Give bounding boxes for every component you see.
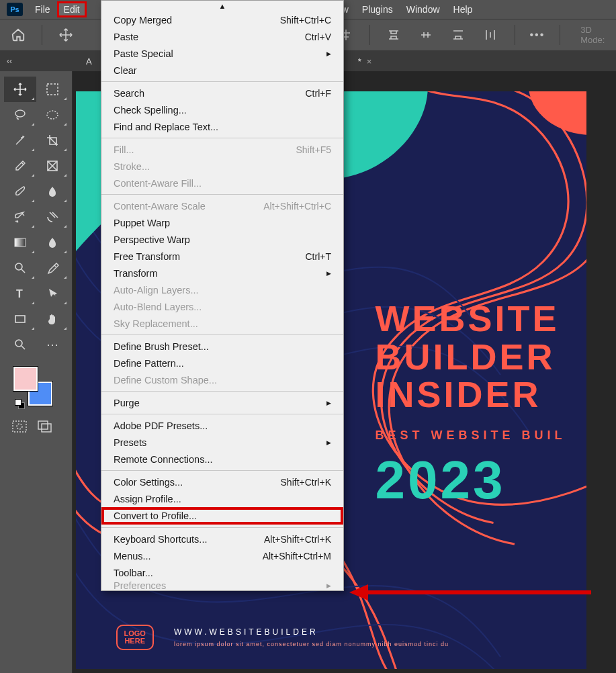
foreground-color-swatch[interactable] — [13, 367, 38, 391]
menu-item-find-and-replace-text[interactable]: Find and Replace Text... — [101, 118, 343, 135]
separator — [369, 25, 370, 45]
history-brush-tool[interactable] — [4, 204, 36, 230]
menu-item-label: Presets — [114, 437, 146, 448]
menu-item-label: Fill... — [114, 144, 134, 155]
menu-separator — [101, 414, 343, 414]
menu-item-perspective-warp[interactable]: Perspective Warp — [101, 231, 343, 248]
menu-item-assign-profile[interactable]: Assign Profile... — [101, 490, 343, 507]
crop-tool[interactable] — [36, 128, 69, 153]
menu-item-toolbar[interactable]: Toolbar... — [101, 564, 343, 581]
menu-separator — [101, 138, 343, 138]
menu-shortcut: Ctrl+T — [306, 251, 332, 262]
menu-item-check-spelling[interactable]: Check Spelling... — [101, 101, 343, 118]
menu-plugins[interactable]: Plugins — [355, 1, 400, 17]
poster-footer-url: WWW.WEBSITEBUILDER — [174, 627, 449, 637]
distribute-top-icon[interactable] — [385, 26, 402, 44]
edit-menu-dropdown: ▲Copy MergedShift+Ctrl+CPasteCtrl+VPaste… — [101, 0, 344, 591]
distribute-bottom-icon[interactable] — [449, 26, 467, 44]
menu-item-label: Define Custom Shape... — [114, 375, 217, 386]
menu-item-remote-connections[interactable]: Remote Connections... — [101, 451, 343, 467]
poster-logo-badge: LOGO HERE — [116, 625, 154, 650]
menu-item-stroke: Stroke... — [101, 158, 343, 175]
menu-item-paste-special[interactable]: Paste Special — [101, 45, 343, 62]
hand-tool[interactable] — [36, 306, 69, 332]
move-tool[interactable] — [4, 77, 36, 102]
menu-separator — [101, 527, 343, 528]
frame-tool[interactable] — [36, 153, 69, 179]
menu-separator — [101, 194, 343, 195]
magic-wand-tool[interactable] — [4, 128, 36, 153]
separator — [560, 25, 560, 45]
svg-rect-0 — [47, 84, 58, 95]
menu-item-search[interactable]: SearchCtrl+F — [101, 85, 343, 101]
menu-item-define-brush-preset[interactable]: Define Brush Preset... — [101, 338, 343, 355]
rectangle-tool[interactable] — [4, 306, 36, 332]
zoom-tool[interactable] — [4, 332, 36, 357]
brush-tool[interactable] — [4, 179, 36, 204]
blur-tool[interactable] — [36, 179, 69, 204]
menu-shortcut: Ctrl+F — [306, 88, 332, 99]
dodge-tool[interactable] — [4, 255, 36, 281]
menu-item-keyboard-shortcuts[interactable]: Keyboard Shortcuts...Alt+Shift+Ctrl+K — [101, 531, 343, 547]
menu-item-adobe-pdf-presets[interactable]: Adobe PDF Presets... — [101, 417, 343, 434]
menu-item-convert-to-profile[interactable]: Convert to Profile... — [101, 507, 343, 525]
menu-item-label: Convert to Profile... — [114, 510, 197, 521]
menu-item-fill: Fill...Shift+F5 — [101, 141, 343, 158]
menu-item-puppet-warp[interactable]: Puppet Warp — [101, 214, 343, 231]
menu-item-clear[interactable]: Clear — [101, 62, 343, 79]
path-selection-tool[interactable] — [36, 281, 69, 306]
color-swatches[interactable] — [13, 367, 55, 408]
menu-scroll-up-icon[interactable]: ▲ — [101, 1, 343, 11]
more-options-icon[interactable]: ••• — [530, 29, 545, 41]
close-tab-icon[interactable]: × — [367, 56, 372, 66]
menu-item-free-transform[interactable]: Free TransformCtrl+T — [101, 248, 343, 265]
menu-file[interactable]: File — [28, 1, 57, 17]
svg-point-5 — [15, 263, 22, 270]
healing-brush-tool[interactable] — [36, 204, 69, 230]
marquee-tool[interactable] — [36, 77, 69, 102]
svg-rect-12 — [42, 424, 51, 432]
menu-item-label: Transform — [114, 268, 158, 279]
menu-window[interactable]: Window — [400, 1, 447, 17]
default-colors-icon[interactable] — [15, 399, 24, 408]
screen-mode-icon[interactable] — [38, 420, 52, 433]
menu-item-define-pattern[interactable]: Define Pattern... — [101, 355, 343, 371]
svg-point-10 — [17, 424, 22, 429]
eyedropper-tool[interactable] — [4, 153, 36, 179]
menu-item-label: Remote Connections... — [114, 454, 213, 465]
lasso-tool[interactable] — [4, 102, 36, 128]
collapse-panels-icon[interactable]: ‹‹ — [0, 56, 19, 66]
menu-item-menus[interactable]: Menus...Alt+Shift+Ctrl+M — [101, 547, 343, 564]
menu-item-transform[interactable]: Transform — [101, 265, 343, 281]
menu-item-color-settings[interactable]: Color Settings...Shift+Ctrl+K — [101, 474, 343, 490]
annotation-arrow — [349, 584, 598, 604]
mode-3d-label: 3D Mode: — [580, 25, 616, 45]
menu-item-copy-merged[interactable]: Copy MergedShift+Ctrl+C — [101, 11, 343, 28]
edit-toolbar-icon[interactable]: ⋯ — [36, 332, 69, 357]
menu-item-presets[interactable]: Presets — [101, 434, 343, 451]
menu-shortcut: Ctrl+V — [305, 32, 331, 42]
eraser-tool[interactable] — [36, 230, 69, 255]
menu-edit[interactable]: Edit — [57, 1, 87, 17]
pen-tool[interactable] — [36, 255, 69, 281]
menu-item-paste[interactable]: PasteCtrl+V — [101, 28, 343, 45]
distribute-vcenter-icon[interactable] — [417, 26, 435, 44]
menu-item-label: Paste — [114, 32, 138, 42]
menu-item-label: Preferences — [114, 581, 166, 590]
type-tool[interactable]: T — [4, 281, 36, 306]
svg-rect-4 — [15, 238, 26, 246]
gradient-tool[interactable] — [4, 230, 36, 255]
menu-item-purge[interactable]: Purge — [101, 394, 343, 411]
menu-item-label: Puppet Warp — [114, 218, 170, 228]
home-icon[interactable] — [9, 26, 27, 44]
distribute-h-icon[interactable] — [482, 26, 499, 44]
menu-item-auto-align-layers: Auto-Align Layers... — [101, 281, 343, 298]
poster-headline-2: BUILDER — [375, 338, 566, 376]
menu-item-label: Check Spelling... — [114, 105, 187, 116]
quick-mask-icon[interactable] — [12, 420, 27, 433]
move-tool-icon[interactable] — [57, 26, 75, 44]
menu-shortcut: Alt+Shift+Ctrl+K — [264, 534, 331, 545]
selection-tool[interactable] — [36, 102, 69, 128]
menu-item-preferences[interactable]: Preferences — [101, 581, 343, 590]
menu-help[interactable]: Help — [447, 1, 480, 17]
